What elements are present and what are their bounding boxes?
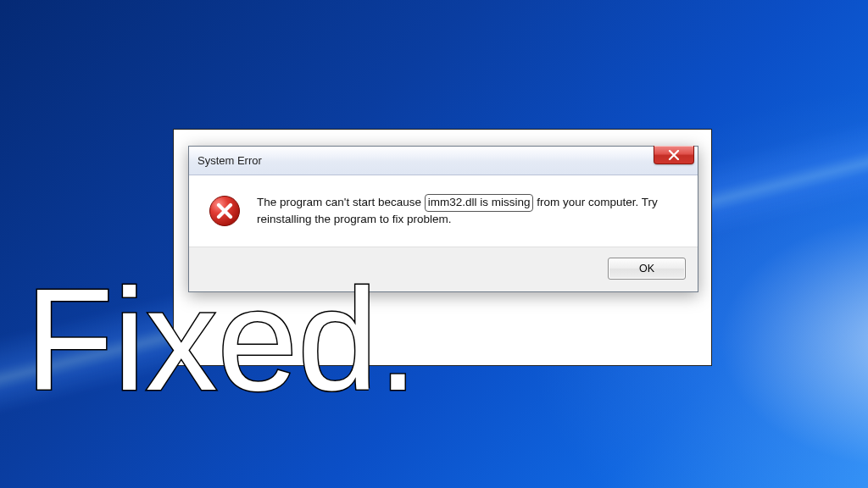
- dialog-message: The program can't start because imm32.dl…: [257, 194, 679, 231]
- dialog-title: System Error: [198, 154, 262, 167]
- dialog-body: The program can't start because imm32.dl…: [189, 175, 698, 247]
- message-text-pre: The program can't start because: [257, 196, 425, 208]
- message-highlighted-text: imm32.dll is missing: [425, 194, 534, 212]
- close-icon: [668, 150, 680, 160]
- overlay-caption-text: Fixed.: [25, 259, 418, 420]
- overlay-caption: Fixed.: [25, 246, 432, 432]
- error-icon: [208, 194, 242, 231]
- ok-button[interactable]: OK: [608, 258, 686, 280]
- dialog-titlebar[interactable]: System Error: [189, 147, 698, 175]
- close-button[interactable]: [654, 146, 694, 164]
